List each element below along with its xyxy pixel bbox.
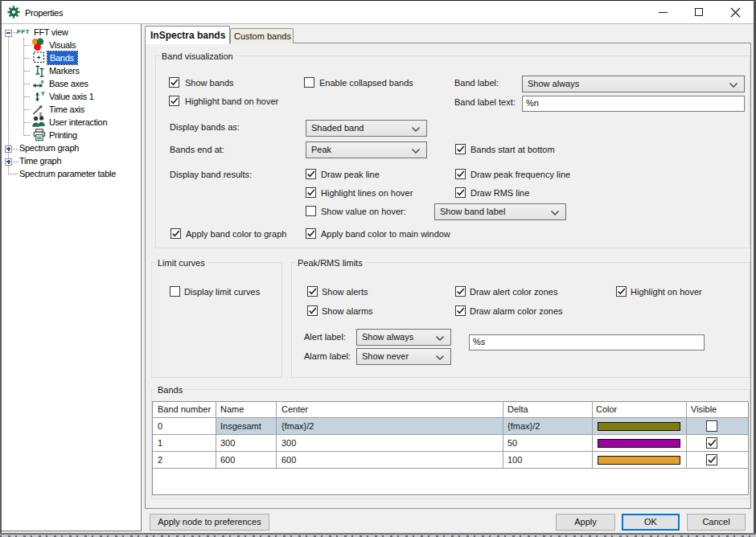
svg-text:x: x — [41, 79, 44, 84]
svg-text:Y: Y — [41, 91, 45, 96]
